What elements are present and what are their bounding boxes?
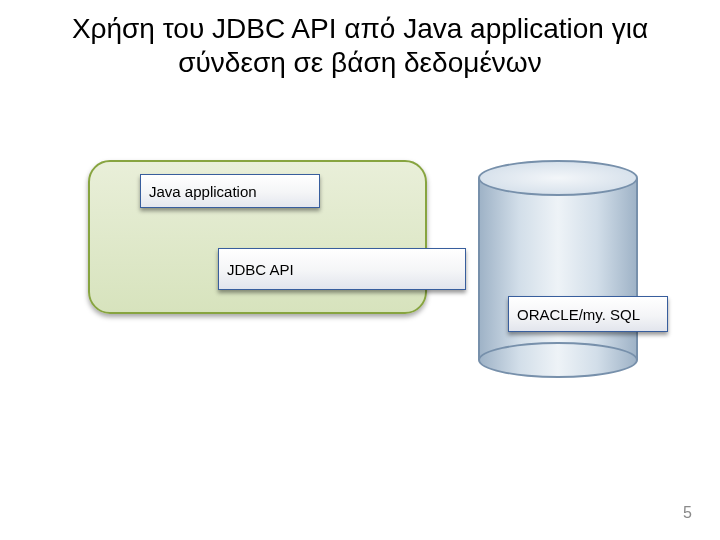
- database-bottom-ellipse: [478, 342, 638, 378]
- java-application-box: Java application: [140, 174, 320, 208]
- database-cylinder: [478, 160, 638, 378]
- title-line-2: σύνδεση σε βάση δεδομένων: [178, 47, 541, 78]
- jdbc-api-box: JDBC API: [218, 248, 466, 290]
- database-body: [478, 178, 638, 360]
- page-number: 5: [683, 504, 692, 522]
- title-line-1: Χρήση του JDBC API από Java application …: [72, 13, 648, 44]
- database-top-ellipse: [478, 160, 638, 196]
- slide: Χρήση του JDBC API από Java application …: [0, 0, 720, 540]
- jdbc-api-label: JDBC API: [227, 261, 294, 278]
- database-label: ORACLE/my. SQL: [517, 306, 640, 323]
- java-application-label: Java application: [149, 183, 257, 200]
- slide-title: Χρήση του JDBC API από Java application …: [40, 12, 680, 79]
- database-label-box: ORACLE/my. SQL: [508, 296, 668, 332]
